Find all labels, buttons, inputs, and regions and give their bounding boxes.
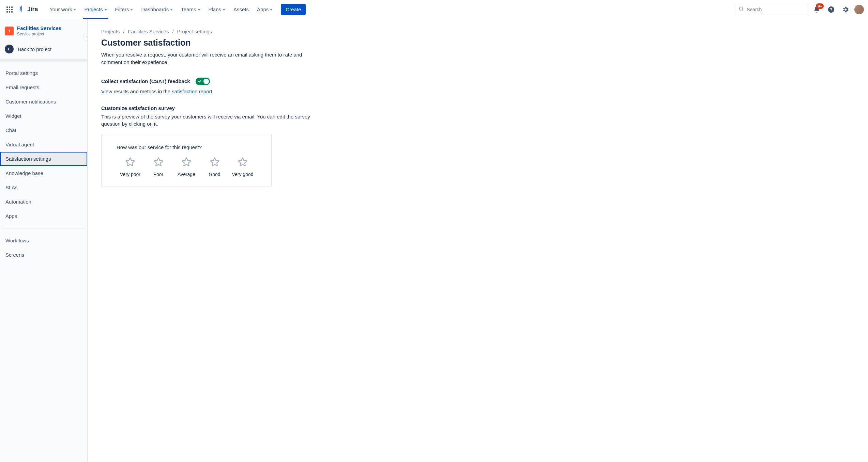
nav-item-assets[interactable]: Assets (230, 4, 252, 14)
sidebar-scroll-indicator (0, 59, 87, 62)
breadcrumb: Projects/Facilities Services/Project set… (101, 29, 367, 34)
svg-line-1 (742, 10, 743, 11)
csat-toggle-row: Collect satisfaction (CSAT) feedback (101, 78, 367, 85)
survey-preview-card: How was our service for this request? Ve… (101, 134, 272, 187)
rating-label: Poor (153, 172, 164, 177)
main-content: Projects/Facilities Services/Project set… (88, 19, 868, 462)
page-description: When you resolve a request, your custome… (101, 51, 319, 66)
nav-item-label: Teams (181, 6, 196, 12)
chevron-down-icon (170, 9, 173, 11)
app-switcher-icon[interactable] (4, 4, 15, 15)
nav-item-teams[interactable]: Teams (178, 4, 203, 14)
topnav-left: Jira Your workProjectsFiltersDashboardsT… (4, 4, 306, 15)
settings-button[interactable] (840, 4, 851, 15)
nav-item-label: Filters (115, 6, 129, 12)
sidebar-group-2: WorkflowsScreens (0, 232, 87, 264)
page-layout: Facilities Services Service project Back… (0, 19, 868, 462)
breadcrumb-separator: / (172, 29, 173, 34)
csat-label: Collect satisfaction (CSAT) feedback (101, 78, 190, 84)
nav-item-label: Plans (209, 6, 222, 12)
star-icon (210, 157, 220, 168)
top-navigation: Jira Your workProjectsFiltersDashboardsT… (0, 0, 868, 19)
nav-item-label: Dashboards (141, 6, 169, 12)
svg-marker-7 (182, 158, 191, 166)
sidebar-group-1: Portal settingsEmail requestsCustomer no… (0, 64, 87, 225)
search-input[interactable] (747, 7, 804, 12)
chevron-down-icon (270, 9, 273, 11)
customize-description: This is a preview of the survey your cus… (101, 113, 326, 128)
nav-item-apps[interactable]: Apps (254, 4, 276, 14)
rating-label: Good (209, 172, 220, 177)
csat-toggle[interactable] (196, 78, 210, 85)
back-to-project-link[interactable]: Back to project (0, 41, 87, 59)
chevron-down-icon (73, 9, 76, 11)
results-line: View results and metrics in the satisfac… (101, 89, 367, 94)
rating-option-very-poor[interactable]: Very poor (117, 157, 144, 177)
nav-item-filters[interactable]: Filters (112, 4, 137, 14)
back-label: Back to project (18, 46, 51, 52)
create-button[interactable]: Create (281, 4, 306, 15)
rating-option-very-good[interactable]: Very good (229, 157, 256, 177)
nav-item-label: Your work (49, 6, 72, 12)
jira-logo-text: Jira (27, 6, 38, 13)
chevron-down-icon (104, 9, 107, 11)
sidebar-item-screens[interactable]: Screens (0, 248, 87, 262)
sidebar-item-portal-settings[interactable]: Portal settings (0, 66, 87, 80)
sidebar-item-knowledge-base[interactable]: Knowledge base (0, 166, 87, 180)
rating-label: Very poor (120, 172, 140, 177)
project-name: Facilities Services (17, 25, 61, 31)
sidebar-item-automation[interactable]: Automation (0, 195, 87, 209)
sidebar-item-apps[interactable]: Apps (0, 209, 87, 223)
svg-marker-6 (154, 158, 163, 166)
breadcrumb-link[interactable]: Facilities Services (128, 29, 169, 34)
project-header[interactable]: Facilities Services Service project (0, 19, 87, 41)
svg-point-0 (740, 7, 743, 10)
rating-label: Average (178, 172, 195, 177)
nav-item-label: Assets (233, 6, 249, 12)
help-button[interactable]: ? (826, 4, 837, 15)
project-type: Service project (17, 32, 61, 36)
sidebar-item-widget[interactable]: Widget (0, 109, 87, 123)
nav-item-plans[interactable]: Plans (205, 4, 229, 14)
sidebar-item-chat[interactable]: Chat (0, 123, 87, 137)
rating-row: Very poorPoorAverageGoodVery good (117, 157, 256, 177)
sidebar-item-workflows[interactable]: Workflows (0, 234, 87, 248)
notifications-button[interactable]: 9+ (811, 4, 822, 15)
search-box[interactable] (735, 4, 808, 15)
breadcrumb-link[interactable]: Project settings (177, 29, 212, 34)
svg-marker-9 (239, 158, 247, 166)
sidebar-item-virtual-agent[interactable]: Virtual agent (0, 138, 87, 152)
results-prefix: View results and metrics in the (101, 89, 172, 94)
search-icon (738, 6, 744, 13)
survey-question[interactable]: How was our service for this request? (117, 144, 256, 150)
project-icon (5, 27, 14, 35)
primary-nav: Your workProjectsFiltersDashboardsTeamsP… (46, 4, 276, 14)
sidebar-item-slas[interactable]: SLAs (0, 180, 87, 194)
notification-badge: 9+ (816, 3, 824, 9)
rating-option-good[interactable]: Good (201, 157, 228, 177)
star-icon (181, 157, 192, 168)
nav-item-dashboards[interactable]: Dashboards (138, 4, 176, 14)
satisfaction-report-link[interactable]: satisfaction report (172, 89, 212, 94)
chevron-down-icon (198, 9, 200, 11)
profile-avatar[interactable] (854, 5, 864, 14)
nav-item-label: Apps (257, 6, 269, 12)
nav-item-projects[interactable]: Projects (81, 4, 110, 14)
rating-option-poor[interactable]: Poor (145, 157, 172, 177)
nav-item-your-work[interactable]: Your work (46, 4, 79, 14)
sidebar-item-email-requests[interactable]: Email requests (0, 80, 87, 94)
jira-logo[interactable]: Jira (18, 5, 38, 13)
chevron-down-icon (130, 9, 133, 11)
star-icon (238, 157, 248, 168)
chevron-down-icon (223, 9, 225, 11)
rating-option-average[interactable]: Average (173, 157, 200, 177)
sidebar-item-satisfaction-settings[interactable]: Satisfaction settings (0, 152, 87, 166)
page-title: Customer satisfaction (101, 38, 367, 48)
topnav-right: 9+ ? (735, 4, 864, 15)
svg-text:?: ? (830, 7, 833, 12)
sidebar-divider (1, 228, 86, 228)
sidebar-item-customer-notifications[interactable]: Customer notifications (0, 95, 87, 109)
star-icon (153, 157, 164, 168)
star-icon (125, 157, 135, 168)
breadcrumb-link[interactable]: Projects (101, 29, 120, 34)
